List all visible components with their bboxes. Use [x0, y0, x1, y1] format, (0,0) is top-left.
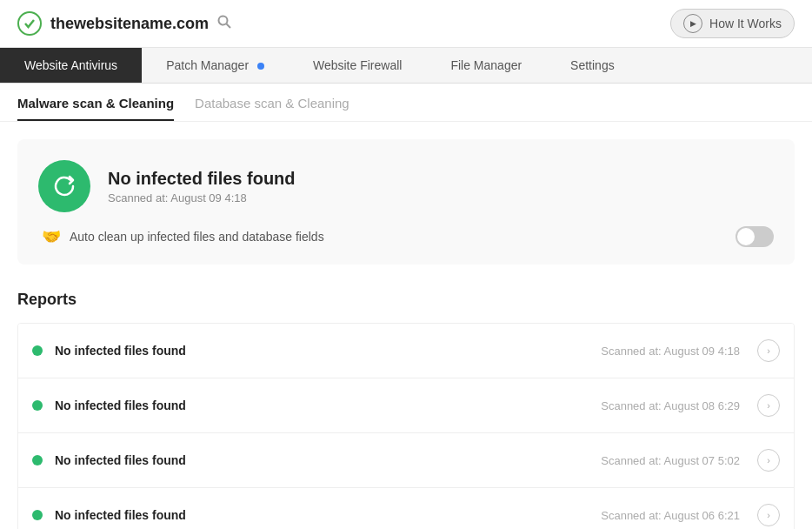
reports-section: Reports No infected files found Scanned … [0, 273, 812, 529]
report-status-dot [32, 455, 43, 465]
refresh-icon [38, 160, 90, 212]
sub-tabs: Malware scan & Cleaning Database scan & … [0, 84, 812, 122]
svg-line-1 [227, 24, 231, 29]
sub-tab-database-scan[interactable]: Database scan & Cleaning [195, 96, 349, 121]
tab-website-firewall[interactable]: Website Firewall [289, 48, 426, 83]
reports-title: Reports [17, 291, 795, 309]
status-top: No infected files found Scanned at: Augu… [38, 160, 774, 212]
report-detail-button[interactable]: › [757, 449, 780, 472]
report-item: No infected files found Scanned at: Augu… [18, 433, 794, 488]
how-it-works-label: How It Works [709, 17, 782, 30]
tab-settings[interactable]: Settings [546, 48, 639, 83]
nav-tabs: Website Antivirus Patch Manager Website … [0, 48, 812, 84]
header-left: thewebsitename.com [17, 11, 231, 36]
report-time: Scanned at: August 09 4:18 [601, 345, 740, 358]
how-it-works-button[interactable]: ▶ How It Works [670, 9, 795, 38]
report-detail-button[interactable]: › [757, 394, 780, 417]
report-status-dot [32, 510, 43, 520]
report-item: No infected files found Scanned at: Augu… [18, 324, 794, 378]
report-label: No infected files found [55, 508, 601, 522]
auto-clean-icon: 🤝 [42, 227, 61, 246]
patch-manager-dot [257, 63, 264, 70]
status-scanned-at: Scanned at: August 09 4:18 [108, 191, 296, 204]
svg-point-0 [219, 17, 228, 25]
status-text: No infected files found Scanned at: Augu… [108, 169, 296, 204]
play-icon: ▶ [683, 14, 702, 33]
report-detail-button[interactable]: › [757, 504, 780, 526]
report-list: No infected files found Scanned at: Augu… [17, 323, 795, 529]
site-name: thewebsitename.com [50, 15, 209, 33]
report-label: No infected files found [55, 398, 601, 412]
report-label: No infected files found [55, 453, 601, 467]
tab-patch-manager[interactable]: Patch Manager [142, 48, 289, 83]
report-time: Scanned at: August 07 5:02 [601, 454, 740, 467]
report-detail-button[interactable]: › [757, 339, 780, 362]
sub-tab-malware-scan[interactable]: Malware scan & Cleaning [17, 96, 174, 121]
report-time: Scanned at: August 06 6:21 [601, 509, 740, 522]
auto-clean-row: 🤝 Auto clean up infected files and datab… [38, 226, 774, 247]
auto-clean-label: Auto clean up infected files and databas… [70, 230, 727, 244]
status-title: No infected files found [108, 169, 296, 189]
report-time: Scanned at: August 08 6:29 [601, 399, 740, 412]
report-status-dot [32, 400, 43, 411]
report-item: No infected files found Scanned at: Augu… [18, 378, 794, 433]
auto-clean-toggle[interactable] [735, 226, 774, 247]
header: thewebsitename.com ▶ How It Works [0, 0, 812, 48]
search-button[interactable] [217, 15, 231, 32]
site-status-icon [17, 11, 42, 36]
status-card: No infected files found Scanned at: Augu… [17, 139, 795, 264]
report-status-dot [32, 345, 43, 356]
tab-website-antivirus[interactable]: Website Antivirus [0, 48, 142, 83]
report-item: No infected files found Scanned at: Augu… [18, 488, 794, 529]
report-label: No infected files found [55, 344, 601, 358]
tab-file-manager[interactable]: File Manager [426, 48, 546, 83]
